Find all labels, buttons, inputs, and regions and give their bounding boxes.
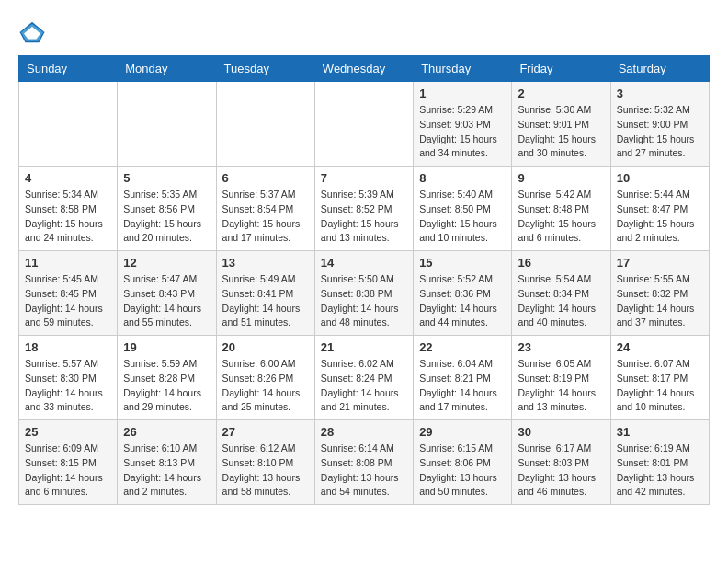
day-info: Sunrise: 6:09 AMSunset: 8:15 PMDaylight:… bbox=[25, 442, 111, 500]
day-number: 27 bbox=[222, 425, 309, 439]
day-info: Sunrise: 5:37 AMSunset: 8:54 PMDaylight:… bbox=[222, 188, 309, 246]
day-number: 29 bbox=[419, 425, 506, 439]
col-header-friday: Friday bbox=[512, 56, 610, 82]
col-header-thursday: Thursday bbox=[414, 56, 512, 82]
day-info: Sunrise: 5:45 AMSunset: 8:45 PMDaylight:… bbox=[25, 272, 111, 330]
calendar-cell: 26Sunrise: 6:10 AMSunset: 8:13 PMDayligh… bbox=[118, 420, 216, 505]
calendar-cell bbox=[314, 82, 413, 167]
day-number: 10 bbox=[617, 171, 703, 185]
calendar-cell: 11Sunrise: 5:45 AMSunset: 8:45 PMDayligh… bbox=[19, 251, 118, 336]
calendar-cell: 13Sunrise: 5:49 AMSunset: 8:41 PMDayligh… bbox=[216, 251, 314, 336]
day-info: Sunrise: 6:05 AMSunset: 8:19 PMDaylight:… bbox=[518, 357, 604, 415]
calendar-week-row: 1Sunrise: 5:29 AMSunset: 9:03 PMDaylight… bbox=[19, 82, 710, 167]
day-info: Sunrise: 5:29 AMSunset: 9:03 PMDaylight:… bbox=[419, 103, 506, 161]
day-info: Sunrise: 6:12 AMSunset: 8:10 PMDaylight:… bbox=[222, 442, 309, 500]
day-number: 19 bbox=[123, 340, 210, 354]
day-info: Sunrise: 5:39 AMSunset: 8:52 PMDaylight:… bbox=[321, 188, 407, 246]
calendar-cell: 16Sunrise: 5:54 AMSunset: 8:34 PMDayligh… bbox=[512, 251, 610, 336]
day-number: 5 bbox=[123, 171, 210, 185]
day-info: Sunrise: 6:14 AMSunset: 8:08 PMDaylight:… bbox=[321, 442, 407, 500]
calendar-cell: 15Sunrise: 5:52 AMSunset: 8:36 PMDayligh… bbox=[414, 251, 512, 336]
day-number: 11 bbox=[25, 256, 111, 270]
calendar-cell: 31Sunrise: 6:19 AMSunset: 8:01 PMDayligh… bbox=[610, 420, 709, 505]
day-number: 17 bbox=[617, 256, 703, 270]
calendar-cell: 3Sunrise: 5:32 AMSunset: 9:00 PMDaylight… bbox=[610, 82, 709, 167]
calendar-cell: 6Sunrise: 5:37 AMSunset: 8:54 PMDaylight… bbox=[216, 167, 314, 251]
calendar-cell: 25Sunrise: 6:09 AMSunset: 8:15 PMDayligh… bbox=[19, 420, 118, 505]
calendar-cell: 8Sunrise: 5:40 AMSunset: 8:50 PMDaylight… bbox=[414, 167, 512, 251]
calendar-cell: 22Sunrise: 6:04 AMSunset: 8:21 PMDayligh… bbox=[414, 336, 512, 420]
calendar-cell: 10Sunrise: 5:44 AMSunset: 8:47 PMDayligh… bbox=[610, 167, 709, 251]
col-header-wednesday: Wednesday bbox=[314, 56, 413, 82]
calendar-cell: 18Sunrise: 5:57 AMSunset: 8:30 PMDayligh… bbox=[19, 336, 118, 420]
day-number: 15 bbox=[419, 256, 506, 270]
day-info: Sunrise: 5:47 AMSunset: 8:43 PMDaylight:… bbox=[123, 272, 210, 330]
col-header-sunday: Sunday bbox=[19, 56, 118, 82]
day-info: Sunrise: 6:07 AMSunset: 8:17 PMDaylight:… bbox=[617, 357, 703, 415]
calendar-cell: 2Sunrise: 5:30 AMSunset: 9:01 PMDaylight… bbox=[512, 82, 610, 167]
calendar-cell bbox=[19, 82, 118, 167]
day-number: 31 bbox=[617, 425, 703, 439]
day-info: Sunrise: 6:00 AMSunset: 8:26 PMDaylight:… bbox=[222, 357, 309, 415]
calendar-cell: 5Sunrise: 5:35 AMSunset: 8:56 PMDaylight… bbox=[118, 167, 216, 251]
day-info: Sunrise: 5:49 AMSunset: 8:41 PMDaylight:… bbox=[222, 272, 309, 330]
col-header-tuesday: Tuesday bbox=[216, 56, 314, 82]
calendar-cell: 27Sunrise: 6:12 AMSunset: 8:10 PMDayligh… bbox=[216, 420, 314, 505]
calendar-table: SundayMondayTuesdayWednesdayThursdayFrid… bbox=[18, 55, 710, 505]
day-number: 2 bbox=[518, 86, 604, 100]
day-info: Sunrise: 6:15 AMSunset: 8:06 PMDaylight:… bbox=[419, 442, 506, 500]
day-info: Sunrise: 5:55 AMSunset: 8:32 PMDaylight:… bbox=[617, 272, 703, 330]
day-number: 21 bbox=[321, 340, 407, 354]
logo bbox=[18, 18, 50, 46]
day-info: Sunrise: 5:35 AMSunset: 8:56 PMDaylight:… bbox=[123, 188, 210, 246]
calendar-cell: 30Sunrise: 6:17 AMSunset: 8:03 PMDayligh… bbox=[512, 420, 610, 505]
calendar-cell: 29Sunrise: 6:15 AMSunset: 8:06 PMDayligh… bbox=[414, 420, 512, 505]
calendar-cell bbox=[216, 82, 314, 167]
day-number: 22 bbox=[419, 340, 506, 354]
day-info: Sunrise: 5:30 AMSunset: 9:01 PMDaylight:… bbox=[518, 103, 604, 161]
day-number: 28 bbox=[321, 425, 407, 439]
day-info: Sunrise: 6:02 AMSunset: 8:24 PMDaylight:… bbox=[321, 357, 407, 415]
day-number: 9 bbox=[518, 171, 604, 185]
day-info: Sunrise: 5:40 AMSunset: 8:50 PMDaylight:… bbox=[419, 188, 506, 246]
day-number: 1 bbox=[419, 86, 506, 100]
col-header-saturday: Saturday bbox=[610, 56, 709, 82]
calendar-cell: 23Sunrise: 6:05 AMSunset: 8:19 PMDayligh… bbox=[512, 336, 610, 420]
logo-icon bbox=[18, 18, 46, 46]
calendar-week-row: 4Sunrise: 5:34 AMSunset: 8:58 PMDaylight… bbox=[19, 167, 710, 251]
day-info: Sunrise: 6:19 AMSunset: 8:01 PMDaylight:… bbox=[617, 442, 703, 500]
calendar-cell: 1Sunrise: 5:29 AMSunset: 9:03 PMDaylight… bbox=[414, 82, 512, 167]
calendar-week-row: 18Sunrise: 5:57 AMSunset: 8:30 PMDayligh… bbox=[19, 336, 710, 420]
day-number: 30 bbox=[518, 425, 604, 439]
day-info: Sunrise: 5:59 AMSunset: 8:28 PMDaylight:… bbox=[123, 357, 210, 415]
day-number: 24 bbox=[617, 340, 703, 354]
day-number: 8 bbox=[419, 171, 506, 185]
calendar-week-row: 11Sunrise: 5:45 AMSunset: 8:45 PMDayligh… bbox=[19, 251, 710, 336]
day-number: 23 bbox=[518, 340, 604, 354]
day-info: Sunrise: 5:44 AMSunset: 8:47 PMDaylight:… bbox=[617, 188, 703, 246]
day-number: 13 bbox=[222, 256, 309, 270]
day-info: Sunrise: 5:52 AMSunset: 8:36 PMDaylight:… bbox=[419, 272, 506, 330]
day-number: 16 bbox=[518, 256, 604, 270]
calendar-cell: 19Sunrise: 5:59 AMSunset: 8:28 PMDayligh… bbox=[118, 336, 216, 420]
day-info: Sunrise: 5:34 AMSunset: 8:58 PMDaylight:… bbox=[25, 188, 111, 246]
day-number: 20 bbox=[222, 340, 309, 354]
day-info: Sunrise: 5:32 AMSunset: 9:00 PMDaylight:… bbox=[617, 103, 703, 161]
day-info: Sunrise: 6:17 AMSunset: 8:03 PMDaylight:… bbox=[518, 442, 604, 500]
day-number: 25 bbox=[25, 425, 111, 439]
calendar-cell: 4Sunrise: 5:34 AMSunset: 8:58 PMDaylight… bbox=[19, 167, 118, 251]
calendar-cell bbox=[118, 82, 216, 167]
calendar-cell: 9Sunrise: 5:42 AMSunset: 8:48 PMDaylight… bbox=[512, 167, 610, 251]
day-info: Sunrise: 5:42 AMSunset: 8:48 PMDaylight:… bbox=[518, 188, 604, 246]
calendar-cell: 20Sunrise: 6:00 AMSunset: 8:26 PMDayligh… bbox=[216, 336, 314, 420]
day-number: 4 bbox=[25, 171, 111, 185]
calendar-week-row: 25Sunrise: 6:09 AMSunset: 8:15 PMDayligh… bbox=[19, 420, 710, 505]
day-number: 3 bbox=[617, 86, 703, 100]
day-number: 7 bbox=[321, 171, 407, 185]
page-header bbox=[18, 18, 710, 46]
day-info: Sunrise: 5:57 AMSunset: 8:30 PMDaylight:… bbox=[25, 357, 111, 415]
calendar-cell: 24Sunrise: 6:07 AMSunset: 8:17 PMDayligh… bbox=[610, 336, 709, 420]
calendar-cell: 17Sunrise: 5:55 AMSunset: 8:32 PMDayligh… bbox=[610, 251, 709, 336]
day-info: Sunrise: 5:54 AMSunset: 8:34 PMDaylight:… bbox=[518, 272, 604, 330]
calendar-cell: 14Sunrise: 5:50 AMSunset: 8:38 PMDayligh… bbox=[314, 251, 413, 336]
